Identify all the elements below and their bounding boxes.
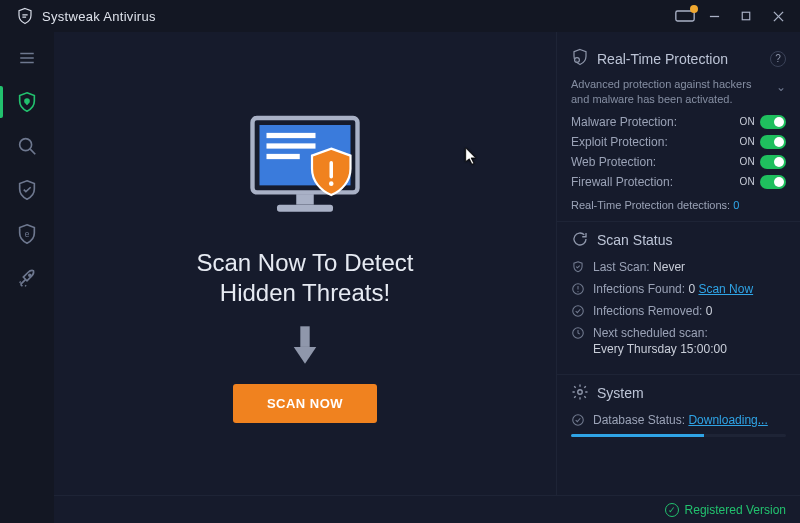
rtp-detections: Real-Time Protection detections: 0: [571, 199, 786, 211]
sidebar-item-status[interactable]: [0, 80, 54, 124]
svg-rect-18: [267, 153, 300, 158]
db-progress-bar: [571, 434, 786, 437]
svg-rect-20: [277, 204, 333, 211]
notification-card-icon[interactable]: [674, 7, 696, 25]
stat-infections-removed: Infections Removed: 0: [571, 303, 786, 319]
close-button[interactable]: [764, 4, 792, 28]
protection-row-firewall: Firewall Protection: ON: [571, 175, 786, 189]
sidebar-menu-toggle[interactable]: [0, 36, 54, 80]
panel-title-rtp: Real-Time Protection: [597, 51, 728, 67]
chevron-down-icon: ⌄: [776, 79, 786, 95]
svg-point-22: [329, 181, 334, 186]
svg-point-13: [29, 274, 31, 276]
app-logo-icon: [16, 7, 34, 25]
protection-row-web: Web Protection: ON: [571, 155, 786, 169]
panel-title-system: System: [597, 385, 644, 401]
shield-info-icon: i: [571, 48, 589, 69]
panel-scan-status: Scan Status Last Scan: Never Infections …: [557, 222, 800, 375]
monitor-illustration: [235, 103, 375, 238]
arrow-down-icon: [290, 326, 320, 370]
advanced-protection-expand[interactable]: Advanced protection against hackers and …: [571, 77, 786, 107]
title-bar: Systweak Antivirus: [0, 0, 800, 32]
app-name: Systweak Antivirus: [42, 9, 674, 24]
svg-point-31: [578, 389, 583, 394]
toggle-exploit[interactable]: [760, 135, 786, 149]
sidebar-item-web[interactable]: e: [0, 212, 54, 256]
svg-rect-2: [742, 12, 750, 20]
svg-rect-16: [267, 132, 316, 137]
svg-rect-17: [267, 143, 316, 148]
stat-next-scheduled: Next scheduled scan: Every Thursday 15:0…: [571, 325, 786, 357]
stat-infections-found: Infections Found: 0 Scan Now: [571, 281, 786, 297]
svg-point-10: [20, 139, 32, 151]
sidebar: e: [0, 32, 54, 523]
protection-row-malware: Malware Protection: ON: [571, 115, 786, 129]
minimize-button[interactable]: [700, 4, 728, 28]
svg-point-32: [573, 414, 584, 425]
toggle-malware[interactable]: [760, 115, 786, 129]
svg-point-29: [573, 306, 584, 317]
scan-now-link[interactable]: Scan Now: [698, 282, 753, 296]
main-area: Scan Now To Detect Hidden Threats! SCAN …: [54, 32, 800, 495]
svg-rect-23: [300, 326, 309, 347]
svg-text:e: e: [25, 230, 30, 239]
center-pane: Scan Now To Detect Hidden Threats! SCAN …: [54, 32, 556, 495]
svg-rect-19: [296, 194, 314, 205]
gear-icon: [571, 383, 589, 404]
svg-point-8: [25, 99, 29, 103]
help-icon[interactable]: ?: [770, 51, 786, 67]
svg-point-28: [577, 291, 578, 292]
protection-row-exploit: Exploit Protection: ON: [571, 135, 786, 149]
stat-db-status: Database Status: Downloading...: [571, 412, 786, 428]
refresh-icon: [571, 230, 589, 251]
footer: ✓ Registered Version: [54, 495, 800, 523]
check-circle-icon: ✓: [665, 503, 679, 517]
panel-realtime-protection: i Real-Time Protection ? Advanced protec…: [557, 40, 800, 222]
db-status-value[interactable]: Downloading...: [688, 413, 767, 427]
toggle-web[interactable]: [760, 155, 786, 169]
stat-last-scan: Last Scan: Never: [571, 259, 786, 275]
scan-now-button[interactable]: SCAN NOW: [233, 384, 377, 423]
sidebar-item-scan[interactable]: [0, 124, 54, 168]
maximize-button[interactable]: [732, 4, 760, 28]
scan-headline: Scan Now To Detect Hidden Threats!: [175, 248, 435, 308]
svg-line-11: [30, 149, 35, 154]
right-panel: i Real-Time Protection ? Advanced protec…: [556, 32, 800, 495]
panel-title-scan-status: Scan Status: [597, 232, 673, 248]
toggle-firewall[interactable]: [760, 175, 786, 189]
sidebar-item-protection[interactable]: [0, 168, 54, 212]
registered-label: Registered Version: [685, 503, 786, 517]
sidebar-item-optimize[interactable]: [0, 256, 54, 300]
panel-system: System Database Status: Downloading...: [557, 375, 800, 447]
